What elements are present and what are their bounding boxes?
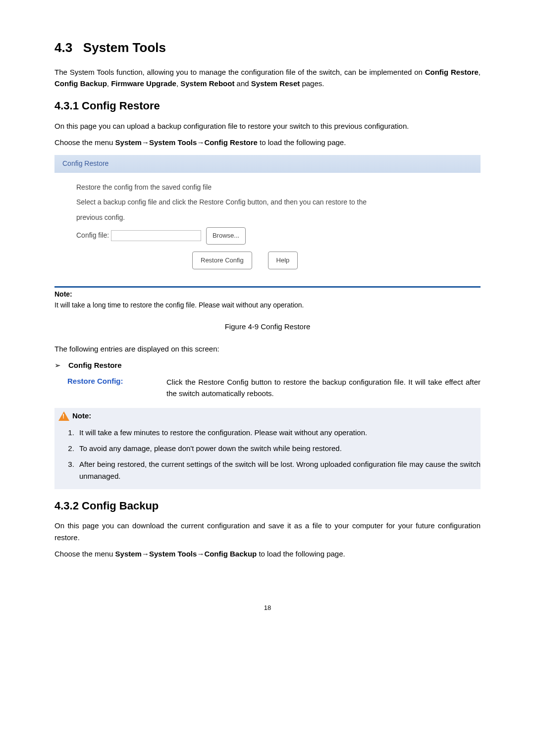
sub2-desc: On this page you can download the curren… [54, 520, 481, 543]
menu-configrestore: Config Restore [204, 138, 258, 147]
sub2-title: Config Backup [82, 500, 159, 512]
menu2-systools: System Tools [149, 550, 197, 558]
note-box-header: Note: [54, 408, 481, 423]
kw-config-restore: Config Restore [425, 68, 479, 76]
figure-caption: Figure 4-9 Config Restore [54, 322, 481, 332]
sub2-menu-post: to load the following page. [257, 550, 345, 558]
entries-intro: The following entries are displayed on t… [54, 343, 481, 354]
warning-icon [58, 411, 69, 421]
config-restore-panel: Config Restore Restore the config from t… [54, 155, 481, 309]
panel-line2: Select a backup config file and click th… [76, 195, 459, 210]
sub1-desc: On this page you can upload a backup con… [54, 120, 481, 132]
config-file-label: Config file: [76, 231, 109, 239]
section-intro: The System Tools function, allowing you … [54, 66, 481, 90]
note-item-1: It will take a few minutes to restore th… [76, 427, 481, 439]
section-heading: 4.3 System Tools [54, 40, 481, 56]
kw-system-reboot: System Reboot [180, 79, 234, 88]
sub1-title: Config Restore [82, 100, 160, 112]
section-title: System Tools [83, 40, 166, 55]
section-intro-pre: The System Tools function, allowing you … [54, 68, 425, 76]
panel-line3: previous config. [76, 210, 459, 225]
browse-button[interactable]: Browse... [206, 227, 246, 245]
subsection-1-heading: 4.3.1 Config Restore [54, 99, 481, 113]
definition-row: Restore Config: Click the Restore Config… [67, 376, 481, 400]
button-row: Restore Config Help [185, 252, 459, 270]
sub2-menu-pre: Choose the menu [54, 550, 115, 558]
sub1-menu-pre: Choose the menu [54, 138, 115, 147]
bullet-config-restore: ➢ Config Restore [54, 360, 481, 370]
sub1-menu-post: to load the following page. [258, 138, 346, 147]
note-box: Note: It will take a few minutes to rest… [54, 408, 481, 489]
menu-systools: System Tools [149, 138, 197, 147]
help-button[interactable]: Help [268, 252, 298, 270]
note-item-3: After being restored, the current settin… [76, 458, 481, 482]
kw-firmware-upgrade: Firmware Upgrade [111, 79, 176, 88]
menu-system: System [115, 138, 142, 147]
panel-note-text: It will take a long time to restore the … [54, 301, 481, 309]
menu2-configbackup: Config Backup [204, 550, 257, 558]
note-box-title: Note: [72, 411, 91, 421]
restore-config-button[interactable]: Restore Config [192, 252, 252, 270]
file-row: Config file: Browse... [76, 227, 459, 245]
config-file-input[interactable] [111, 230, 201, 241]
panel-divider [54, 286, 481, 288]
bullet-label: Config Restore [68, 360, 122, 370]
panel-line1: Restore the config from the saved config… [76, 180, 459, 195]
definition-text: Click the Restore Config button to resto… [166, 376, 481, 400]
page-number: 18 [54, 604, 481, 612]
sub2-menu: Choose the menu System→System Tools→Conf… [54, 548, 481, 559]
kw-system-reset: System Reset [251, 79, 300, 88]
section-number: 4.3 [54, 40, 72, 55]
kw-config-backup: Config Backup [54, 79, 107, 88]
subsection-2-heading: 4.3.2 Config Backup [54, 499, 481, 513]
sub1-menu: Choose the menu System→System Tools→Conf… [54, 137, 481, 148]
panel-header: Config Restore [54, 155, 481, 172]
definition-term: Restore Config: [67, 376, 166, 400]
panel-body: Restore the config from the saved config… [54, 173, 481, 278]
section-intro-post: pages. [300, 79, 324, 88]
menu2-system: System [115, 550, 142, 558]
bullet-icon: ➢ [54, 360, 68, 370]
note-item-2: To avoid any damage, please don't power … [76, 443, 481, 454]
panel-note-label: Note: [54, 290, 481, 299]
sub1-number: 4.3.1 [54, 100, 79, 112]
sub2-number: 4.3.2 [54, 500, 79, 512]
note-list: It will take a few minutes to restore th… [54, 427, 481, 482]
